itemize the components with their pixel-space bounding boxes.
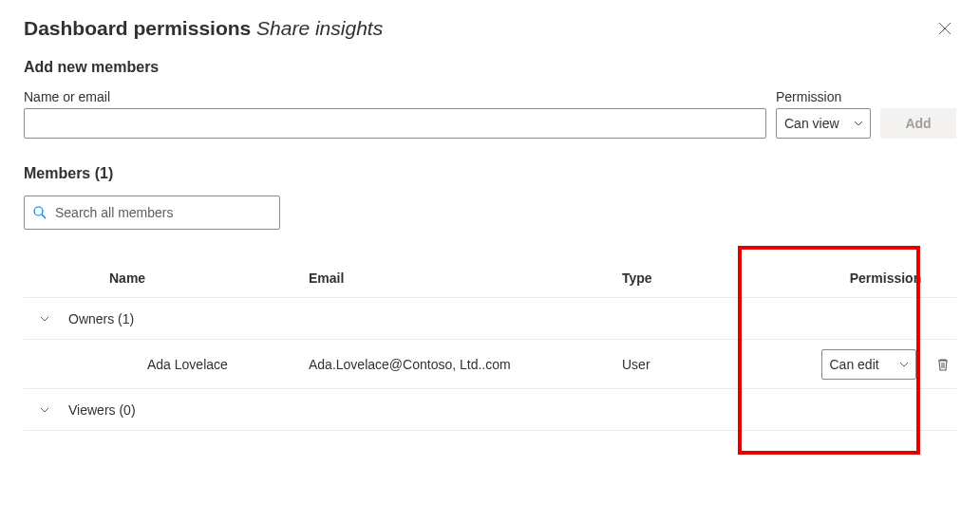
dialog-title: Dashboard permissions Share insights xyxy=(24,17,383,40)
dialog-title-prefix: Dashboard permissions xyxy=(24,17,256,39)
members-heading: Members (1) xyxy=(24,165,956,182)
add-button[interactable]: Add xyxy=(880,108,956,139)
close-icon xyxy=(937,21,952,36)
permission-label: Permission xyxy=(776,89,871,104)
search-icon xyxy=(32,205,47,220)
group-owners-label: Owners (1) xyxy=(68,311,134,326)
svg-point-0 xyxy=(34,207,43,215)
chevron-down-icon[interactable] xyxy=(38,403,51,417)
col-type: Type xyxy=(622,270,802,286)
chevron-down-icon xyxy=(853,118,864,129)
col-email: Email xyxy=(309,270,622,286)
table-row: Ada Lovelace Ada.Lovelace@Contoso, Ltd..… xyxy=(24,340,956,389)
add-members-heading: Add new members xyxy=(24,59,956,76)
member-email: Ada.Lovelace@Contoso, Ltd..com xyxy=(309,357,622,372)
name-or-email-input[interactable] xyxy=(24,108,766,139)
group-viewers-label: Viewers (0) xyxy=(68,402,136,418)
member-type: User xyxy=(622,357,802,372)
close-button[interactable] xyxy=(933,17,956,40)
delete-member-button[interactable] xyxy=(935,357,951,372)
search-members-box[interactable] xyxy=(24,196,280,230)
name-or-email-label: Name or email xyxy=(24,89,766,104)
chevron-down-icon xyxy=(898,359,910,370)
row-permission-dropdown[interactable]: Can edit xyxy=(821,349,916,380)
permission-dropdown[interactable]: Can view xyxy=(776,108,871,139)
search-members-input[interactable] xyxy=(55,205,272,220)
permission-dropdown-value: Can view xyxy=(784,116,839,131)
dialog-title-italic: Share insights xyxy=(256,17,383,39)
add-button-label: Add xyxy=(905,116,931,131)
member-name: Ada Lovelace xyxy=(109,357,309,372)
col-permission: Permission xyxy=(802,270,969,286)
group-row-viewers[interactable]: Viewers (0) xyxy=(24,389,956,431)
svg-line-1 xyxy=(42,214,46,218)
row-permission-value: Can edit xyxy=(830,357,879,372)
col-name: Name xyxy=(109,270,309,286)
trash-icon xyxy=(935,357,951,372)
group-row-owners[interactable]: Owners (1) xyxy=(24,298,956,340)
chevron-down-icon[interactable] xyxy=(38,312,51,326)
members-table-header: Name Email Type Permission xyxy=(24,258,956,298)
